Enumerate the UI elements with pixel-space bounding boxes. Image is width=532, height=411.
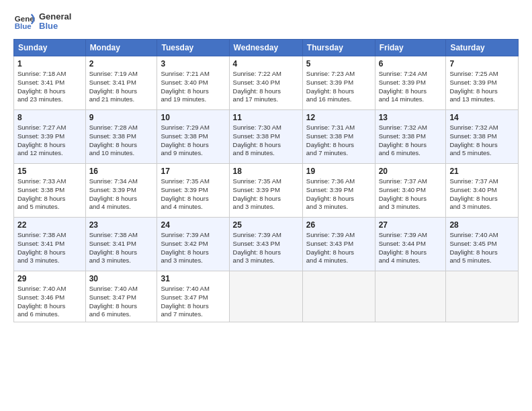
calendar-day-22: 22Sunrise: 7:38 AMSunset: 3:41 PMDayligh… [14, 218, 86, 271]
day-number: 2 [89, 59, 154, 68]
day-number: 21 [449, 167, 515, 176]
day-info: Sunrise: 7:23 AMSunset: 3:39 PMDaylight:… [306, 70, 371, 104]
calendar-day-10: 10Sunrise: 7:29 AMSunset: 3:38 PMDayligh… [157, 110, 229, 164]
logo-line2: Blue [39, 21, 71, 31]
weekday-header-monday: Monday [85, 40, 157, 56]
day-number: 17 [161, 167, 225, 176]
day-number: 10 [161, 113, 225, 122]
calendar-day-11: 11Sunrise: 7:30 AMSunset: 3:38 PMDayligh… [229, 110, 302, 164]
day-number: 7 [449, 59, 515, 68]
day-info: Sunrise: 7:39 AMSunset: 3:43 PMDaylight:… [233, 231, 299, 265]
day-info: Sunrise: 7:38 AMSunset: 3:41 PMDaylight:… [89, 231, 154, 265]
logo-line1: General [39, 12, 71, 21]
day-info: Sunrise: 7:18 AMSunset: 3:41 PMDaylight:… [17, 70, 82, 104]
day-number: 31 [161, 274, 225, 283]
day-number: 28 [449, 220, 515, 230]
calendar-day-17: 17Sunrise: 7:35 AMSunset: 3:39 PMDayligh… [157, 164, 229, 218]
svg-text:Blue: Blue [15, 22, 32, 30]
calendar-day-25: 25Sunrise: 7:39 AMSunset: 3:43 PMDayligh… [229, 218, 302, 271]
day-number: 27 [379, 220, 443, 230]
day-number: 16 [89, 167, 154, 176]
calendar-day-27: 27Sunrise: 7:39 AMSunset: 3:44 PMDayligh… [375, 218, 446, 271]
day-number: 25 [233, 220, 299, 230]
day-info: Sunrise: 7:28 AMSunset: 3:38 PMDaylight:… [89, 124, 154, 158]
calendar-week-row: 29Sunrise: 7:40 AMSunset: 3:46 PMDayligh… [14, 271, 519, 322]
day-info: Sunrise: 7:27 AMSunset: 3:39 PMDaylight:… [17, 124, 82, 158]
day-number: 8 [17, 113, 82, 122]
day-info: Sunrise: 7:35 AMSunset: 3:39 PMDaylight:… [233, 177, 299, 212]
calendar-day-6: 6Sunrise: 7:24 AMSunset: 3:39 PMDaylight… [375, 56, 446, 110]
calendar-day-2: 2Sunrise: 7:19 AMSunset: 3:41 PMDaylight… [85, 56, 157, 110]
day-number: 1 [17, 59, 82, 68]
calendar-day-15: 15Sunrise: 7:33 AMSunset: 3:38 PMDayligh… [14, 164, 86, 218]
day-number: 19 [306, 167, 371, 176]
calendar-day-5: 5Sunrise: 7:23 AMSunset: 3:39 PMDaylight… [302, 56, 375, 110]
day-info: Sunrise: 7:21 AMSunset: 3:40 PMDaylight:… [161, 70, 225, 104]
calendar-day-23: 23Sunrise: 7:38 AMSunset: 3:41 PMDayligh… [85, 218, 157, 271]
day-info: Sunrise: 7:39 AMSunset: 3:42 PMDaylight:… [161, 231, 225, 265]
weekday-header-friday: Friday [375, 40, 446, 56]
calendar-day-28: 28Sunrise: 7:40 AMSunset: 3:45 PMDayligh… [446, 218, 519, 271]
day-info: Sunrise: 7:36 AMSunset: 3:39 PMDaylight:… [306, 177, 371, 212]
day-number: 18 [233, 167, 299, 176]
day-info: Sunrise: 7:30 AMSunset: 3:38 PMDaylight:… [233, 124, 299, 158]
calendar-day-26: 26Sunrise: 7:39 AMSunset: 3:43 PMDayligh… [302, 218, 375, 271]
weekday-header-thursday: Thursday [302, 40, 375, 56]
calendar-day-1: 1Sunrise: 7:18 AMSunset: 3:41 PMDaylight… [14, 56, 86, 110]
day-info: Sunrise: 7:39 AMSunset: 3:44 PMDaylight:… [379, 231, 443, 265]
logo: General Blue General Blue [13, 11, 71, 32]
day-info: Sunrise: 7:40 AMSunset: 3:46 PMDaylight:… [17, 285, 82, 319]
calendar-table: SundayMondayTuesdayWednesdayThursdayFrid… [13, 39, 519, 322]
calendar-week-row: 22Sunrise: 7:38 AMSunset: 3:41 PMDayligh… [14, 218, 519, 271]
day-info: Sunrise: 7:19 AMSunset: 3:41 PMDaylight:… [89, 70, 154, 104]
empty-day [446, 271, 519, 322]
calendar-day-16: 16Sunrise: 7:34 AMSunset: 3:39 PMDayligh… [85, 164, 157, 218]
day-info: Sunrise: 7:32 AMSunset: 3:38 PMDaylight:… [449, 124, 515, 158]
calendar-day-24: 24Sunrise: 7:39 AMSunset: 3:42 PMDayligh… [157, 218, 229, 271]
calendar-day-9: 9Sunrise: 7:28 AMSunset: 3:38 PMDaylight… [85, 110, 157, 164]
day-number: 22 [17, 220, 82, 230]
day-number: 11 [233, 113, 299, 122]
day-number: 23 [89, 220, 154, 230]
calendar-day-4: 4Sunrise: 7:22 AMSunset: 3:40 PMDaylight… [229, 56, 302, 110]
calendar-day-30: 30Sunrise: 7:40 AMSunset: 3:47 PMDayligh… [85, 271, 157, 322]
weekday-header-saturday: Saturday [446, 40, 519, 56]
day-info: Sunrise: 7:38 AMSunset: 3:41 PMDaylight:… [17, 231, 82, 265]
day-number: 15 [17, 167, 82, 176]
calendar-header-row: SundayMondayTuesdayWednesdayThursdayFrid… [14, 40, 519, 56]
day-info: Sunrise: 7:40 AMSunset: 3:47 PMDaylight:… [161, 285, 225, 319]
empty-day [302, 271, 375, 322]
day-info: Sunrise: 7:34 AMSunset: 3:39 PMDaylight:… [89, 177, 154, 212]
calendar-day-14: 14Sunrise: 7:32 AMSunset: 3:38 PMDayligh… [446, 110, 519, 164]
empty-day [375, 271, 446, 322]
day-info: Sunrise: 7:39 AMSunset: 3:43 PMDaylight:… [306, 231, 371, 265]
day-info: Sunrise: 7:33 AMSunset: 3:38 PMDaylight:… [17, 177, 82, 212]
day-number: 3 [161, 59, 225, 68]
day-number: 12 [306, 113, 371, 122]
day-info: Sunrise: 7:37 AMSunset: 3:40 PMDaylight:… [449, 177, 515, 212]
calendar-week-row: 8Sunrise: 7:27 AMSunset: 3:39 PMDaylight… [14, 110, 519, 164]
day-info: Sunrise: 7:35 AMSunset: 3:39 PMDaylight:… [161, 177, 225, 212]
day-number: 6 [379, 59, 443, 68]
day-info: Sunrise: 7:22 AMSunset: 3:40 PMDaylight:… [233, 70, 299, 104]
empty-day [229, 271, 302, 322]
day-info: Sunrise: 7:31 AMSunset: 3:38 PMDaylight:… [306, 124, 371, 158]
calendar-day-21: 21Sunrise: 7:37 AMSunset: 3:40 PMDayligh… [446, 164, 519, 218]
calendar-day-7: 7Sunrise: 7:25 AMSunset: 3:39 PMDaylight… [446, 56, 519, 110]
day-number: 9 [89, 113, 154, 122]
day-number: 29 [17, 274, 82, 283]
calendar-day-20: 20Sunrise: 7:37 AMSunset: 3:40 PMDayligh… [375, 164, 446, 218]
weekday-header-sunday: Sunday [14, 40, 86, 56]
logo-icon: General Blue [13, 11, 35, 32]
calendar-day-18: 18Sunrise: 7:35 AMSunset: 3:39 PMDayligh… [229, 164, 302, 218]
page-header: General Blue General Blue [13, 11, 519, 32]
calendar-week-row: 1Sunrise: 7:18 AMSunset: 3:41 PMDaylight… [14, 56, 519, 110]
day-number: 24 [161, 220, 225, 230]
weekday-header-wednesday: Wednesday [229, 40, 302, 56]
day-info: Sunrise: 7:24 AMSunset: 3:39 PMDaylight:… [379, 70, 443, 104]
day-info: Sunrise: 7:40 AMSunset: 3:47 PMDaylight:… [89, 285, 154, 319]
day-number: 14 [449, 113, 515, 122]
calendar-week-row: 15Sunrise: 7:33 AMSunset: 3:38 PMDayligh… [14, 164, 519, 218]
calendar-day-29: 29Sunrise: 7:40 AMSunset: 3:46 PMDayligh… [14, 271, 86, 322]
calendar-day-3: 3Sunrise: 7:21 AMSunset: 3:40 PMDaylight… [157, 56, 229, 110]
